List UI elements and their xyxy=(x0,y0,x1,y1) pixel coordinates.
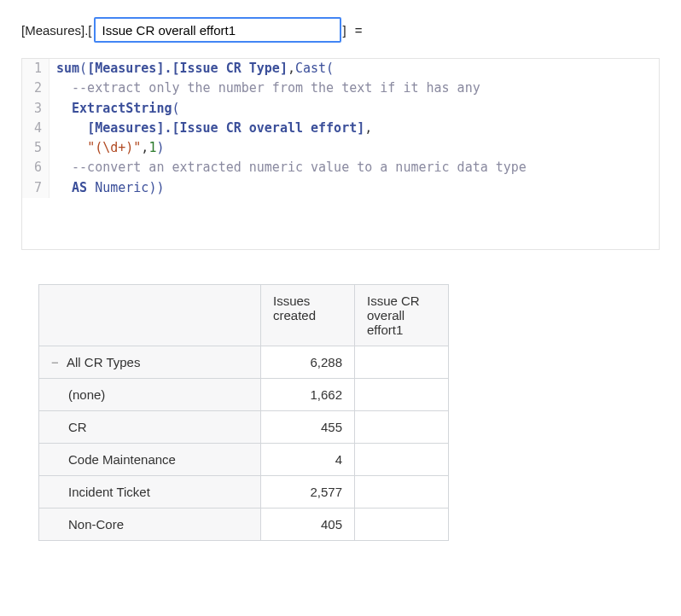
measure-suffix: ] xyxy=(343,23,346,38)
table-row: Incident Ticket2,577 xyxy=(39,475,449,508)
row-label-cell: (none) xyxy=(39,378,261,410)
table-header-row: Issues created Issue CR overall effort1 xyxy=(39,284,449,346)
cell-issues-created: 405 xyxy=(261,508,355,540)
collapse-icon[interactable]: − xyxy=(51,355,63,369)
row-label-text: CR xyxy=(68,420,87,434)
code-content[interactable]: sum([Measures].[Issue CR Type],Cast( xyxy=(49,59,334,78)
cell-issues-created: 4 xyxy=(261,443,355,475)
row-label-cell: CR xyxy=(39,410,261,443)
code-line: 7 AS Numeric)) xyxy=(22,178,659,198)
cell-effort1 xyxy=(355,443,449,475)
code-line: 5 "(\d+)",1) xyxy=(22,138,659,158)
cell-effort1 xyxy=(355,346,449,378)
line-number: 7 xyxy=(22,178,49,198)
row-label-cell: Incident Ticket xyxy=(39,475,261,508)
cell-effort1 xyxy=(355,378,449,410)
col-header-issues-created[interactable]: Issues created xyxy=(261,284,355,346)
code-content[interactable]: ExtractString( xyxy=(49,99,180,119)
table-row: CR455 xyxy=(39,410,449,443)
row-label-text: Non-Core xyxy=(68,517,124,532)
line-number: 4 xyxy=(22,119,49,138)
measure-definition-row: [Measures].[ ] = xyxy=(21,17,660,43)
cell-issues-created: 6,288 xyxy=(261,346,355,378)
row-label-cell: Code Maintenance xyxy=(39,443,261,475)
cell-issues-created: 455 xyxy=(261,410,355,443)
equals-sign: = xyxy=(355,23,363,38)
row-label-cell: Non-Core xyxy=(39,508,261,540)
table-row: −All CR Types6,288 xyxy=(39,346,449,378)
code-line: 6 --convert an extracted numeric value t… xyxy=(22,158,659,177)
col-header-effort1[interactable]: Issue CR overall effort1 xyxy=(355,284,449,346)
code-line: 3 ExtractString( xyxy=(22,99,659,119)
cell-issues-created: 2,577 xyxy=(261,475,355,508)
code-content[interactable]: "(\d+)",1) xyxy=(49,138,164,158)
code-content[interactable]: --convert an extracted numeric value to … xyxy=(49,158,527,177)
code-content[interactable]: [Measures].[Issue CR overall effort], xyxy=(49,119,372,138)
cell-effort1 xyxy=(355,508,449,540)
code-content[interactable]: AS Numeric)) xyxy=(49,178,164,198)
table-row: (none)1,662 xyxy=(39,378,449,410)
measure-name-input[interactable] xyxy=(94,17,341,43)
line-number: 1 xyxy=(22,59,49,78)
table-row: Code Maintenance4 xyxy=(39,443,449,475)
code-line: 2 --extract only the number from the tex… xyxy=(22,78,659,98)
line-number: 6 xyxy=(22,158,49,177)
line-number: 5 xyxy=(22,138,49,158)
row-label-text: All CR Types xyxy=(67,355,140,369)
row-label-text: Incident Ticket xyxy=(68,485,150,499)
cell-effort1 xyxy=(355,410,449,443)
measure-prefix: [Measures].[ xyxy=(21,23,92,38)
line-number: 2 xyxy=(22,78,49,98)
row-label-text: Code Maintenance xyxy=(68,452,176,467)
results-table: Issues created Issue CR overall effort1 … xyxy=(38,284,449,541)
code-content[interactable]: --extract only the number from the text … xyxy=(49,78,480,98)
table-row: Non-Core405 xyxy=(39,508,449,540)
row-label-header xyxy=(39,284,261,346)
cell-issues-created: 1,662 xyxy=(261,378,355,410)
row-label-text: (none) xyxy=(68,387,105,402)
cell-effort1 xyxy=(355,475,449,508)
row-label-cell[interactable]: −All CR Types xyxy=(39,346,261,378)
code-line: 4 [Measures].[Issue CR overall effort], xyxy=(22,119,659,138)
formula-editor[interactable]: 1sum([Measures].[Issue CR Type],Cast(2 -… xyxy=(21,58,660,250)
line-number: 3 xyxy=(22,99,49,119)
code-line: 1sum([Measures].[Issue CR Type],Cast( xyxy=(22,59,659,78)
